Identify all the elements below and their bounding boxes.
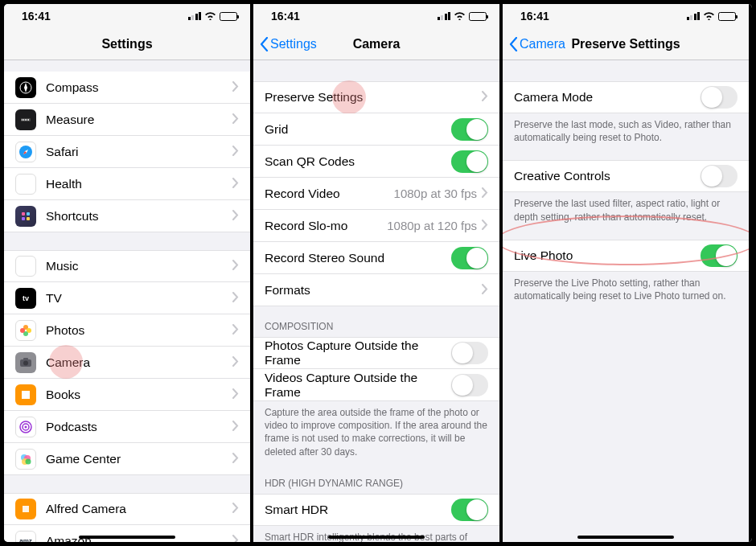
chevron-right-icon [232,177,239,191]
settings-row-books[interactable]: Books [4,379,250,411]
row-camera-mode[interactable]: Camera Mode [503,81,749,113]
svg-rect-2 [22,119,23,121]
row-label: Shortcuts [46,209,232,224]
toggle-switch[interactable] [451,499,488,521]
battery-icon [220,12,237,21]
music-icon: ♫ [15,256,36,277]
settings-row-tv[interactable]: tv TV [4,282,250,314]
settings-row-health[interactable]: ♥ Health [4,168,250,200]
wifi-icon [703,10,715,23]
camera-settings-list[interactable]: Preserve Settings Grid Scan QR Codes Rec… [253,60,499,542]
row-formats[interactable]: Formats [253,274,499,306]
home-indicator[interactable] [328,536,425,540]
row-scan-qr[interactable]: Scan QR Codes [253,146,499,178]
status-time: 16:41 [22,10,51,23]
toggle-switch[interactable] [701,86,738,109]
navbar: Settings [4,28,250,60]
row-live-photo[interactable]: Live Photo [503,240,749,272]
section-footer: Preserve the last mode, such as Video, r… [503,113,749,149]
row-preserve-settings[interactable]: Preserve Settings [253,81,499,113]
books-icon [15,384,36,405]
section-header: COMPOSITION [253,306,499,337]
settings-group: Creative Controls [503,160,749,192]
back-button[interactable]: Settings [260,37,317,51]
settings-row-compass[interactable]: Compass [4,72,250,104]
svg-rect-3 [23,119,24,121]
svg-rect-18 [23,358,28,360]
svg-point-25 [26,458,31,464]
status-time: 16:41 [271,10,300,23]
settings-screen: 16:41 Settings Compass [4,4,253,542]
settings-row-music[interactable]: ♫ Music [4,250,250,282]
row-smart-hdr[interactable]: Smart HDR [253,494,499,526]
row-label: Game Center [46,452,232,466]
settings-row-gamecenter[interactable]: Game Center [4,443,250,475]
back-button[interactable]: Camera [509,37,565,51]
row-label: Camera Mode [514,90,701,105]
section-footer: Preserve the last used filter, aspect ra… [503,192,749,228]
settings-row-measure[interactable]: Measure [4,104,250,136]
home-indicator[interactable] [79,536,175,540]
photos-icon [15,320,36,341]
battery-icon [469,12,487,21]
row-detail: 1080p at 120 fps [387,219,477,232]
preserve-settings-screen: 16:41 Camera Preserve Settings Camera Mo… [503,4,752,542]
status-bar: 16:41 [4,4,250,28]
back-label: Camera [520,37,565,51]
row-label: Creative Controls [514,169,701,183]
toggle-switch[interactable] [451,342,488,364]
svg-rect-5 [27,119,27,121]
settings-row-photos[interactable]: Photos [4,314,250,347]
row-label: Scan QR Codes [265,154,451,169]
home-indicator[interactable] [577,536,674,540]
toggle-switch[interactable] [451,150,488,173]
settings-group: Live Photo [503,240,749,272]
cellular-icon [687,12,701,20]
row-label: Formats [265,283,482,298]
settings-row-amazon[interactable]: amz Amazon [4,525,250,542]
health-icon: ♥ [15,174,36,195]
status-indicators [687,10,737,23]
status-time: 16:41 [520,10,549,23]
row-videos-outside-frame[interactable]: Videos Capture Outside the Frame [253,369,499,401]
row-label: Compass [46,80,232,95]
cellular-icon [188,12,202,20]
section-footer: Smart HDR intelligently blends the best … [253,526,499,542]
toggle-switch[interactable] [451,374,488,396]
toggle-switch[interactable] [451,247,488,269]
chevron-right-icon [232,388,239,402]
navbar: Settings Camera [253,28,499,60]
preserve-settings-list[interactable]: Camera Mode Preserve the last mode, such… [503,60,749,542]
toggle-switch[interactable] [451,118,488,141]
chevron-right-icon [232,80,239,95]
settings-list[interactable]: Compass Measure Safari ♥ Health [4,60,250,542]
row-grid[interactable]: Grid [253,113,499,146]
svg-rect-9 [27,212,30,216]
status-bar: 16:41 [253,4,499,28]
toggle-switch[interactable] [701,244,738,267]
settings-group: Smart HDR [253,494,499,526]
settings-row-safari[interactable]: Safari [4,136,250,168]
settings-row-podcasts[interactable]: Podcasts [4,411,250,443]
svg-rect-10 [22,217,25,220]
chevron-right-icon [232,291,239,306]
row-record-slomo[interactable]: Record Slo-mo 1080p at 120 fps [253,210,499,242]
chevron-right-icon [232,502,239,516]
row-label: Photos [46,323,232,338]
camera-screen: 16:41 Settings Camera Preserve Settings … [253,4,503,542]
back-label: Settings [270,37,317,51]
row-record-video[interactable]: Record Video 1080p at 30 fps [253,178,499,210]
row-stereo-sound[interactable]: Record Stereo Sound [253,242,499,274]
row-label: Grid [265,122,451,137]
toggle-switch[interactable] [701,165,738,187]
row-label: Record Slo-mo [265,219,387,233]
amazon-icon: amz [15,531,36,543]
settings-row-shortcuts[interactable]: Shortcuts [4,200,250,232]
settings-row-alfred[interactable]: Alfred Camera [4,493,250,525]
row-creative-controls[interactable]: Creative Controls [503,160,749,192]
row-photos-outside-frame[interactable]: Photos Capture Outside the Frame [253,337,499,369]
settings-row-camera[interactable]: Camera [4,347,250,379]
chevron-right-icon [232,452,239,466]
row-label: Record Stereo Sound [265,251,451,265]
row-label: Camera [46,355,232,370]
